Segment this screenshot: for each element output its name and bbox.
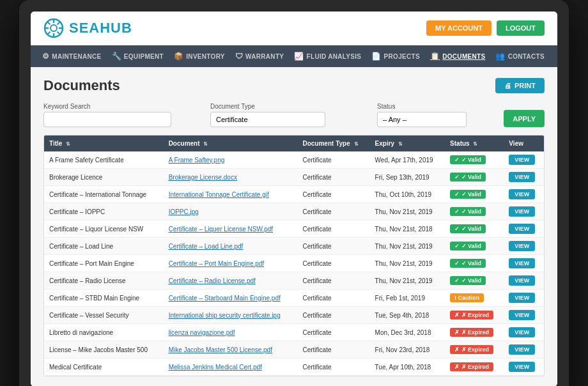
cell-expiry: Fri, Nov 23rd, 2018 (370, 341, 445, 359)
col-document[interactable]: Document ⇅ (164, 135, 298, 151)
print-button[interactable]: 🖨 PRINT (495, 78, 545, 93)
nav-item-inventory[interactable]: 📦INVENTORY (169, 45, 230, 67)
cell-document: Certificate – Port Main Engine.pdf (164, 255, 298, 272)
doc-link[interactable]: Certificate – Liquer License NSW.pdf (169, 226, 273, 233)
doc-link[interactable]: Certificate – Starboard Main Engine.pdf (169, 295, 281, 302)
table-body: A Frame Safety Certificate A Frame Safte… (44, 151, 544, 376)
cell-view: VIEW (504, 307, 544, 324)
cell-expiry: Thu, Nov 21st, 2019 (370, 238, 445, 255)
table-row: Libretto di navigazione licenza navigazi… (44, 324, 544, 341)
cell-status: ✓ Valid (445, 238, 504, 255)
view-button[interactable]: VIEW (509, 224, 535, 234)
table-row: Certificate – Load Line Certificate – Lo… (44, 238, 544, 255)
doc-link[interactable]: licenza navigazione.pdf (169, 329, 235, 336)
nav-item-documents[interactable]: 📋DOCUMENTS (425, 45, 490, 67)
documents-table-wrap: Title ⇅ Document ⇅ Document Type ⇅ Expir… (43, 135, 545, 376)
my-account-button[interactable]: MY ACCOUNT (426, 20, 491, 36)
cell-title: Certificate – STBD Main Engine (44, 290, 164, 307)
status-input[interactable] (377, 112, 467, 127)
document-type-input[interactable] (210, 112, 325, 127)
table-row: Medical Certificate Melissa Jenkins Medi… (44, 359, 544, 376)
page-header: Documents 🖨 PRINT (43, 77, 545, 94)
cell-title: Certificate – Vessel Security (44, 307, 164, 324)
cell-view: VIEW (504, 203, 544, 220)
nav-item-projects[interactable]: 📄PROJECTS (366, 45, 425, 67)
cell-expiry: Mon, Dec 3rd, 2018 (370, 324, 445, 341)
status-badge: ✗ Expired (450, 328, 493, 337)
nav-icon: 📋 (430, 52, 440, 61)
doc-link[interactable]: A Frame Saftey.png (169, 157, 225, 164)
doc-link[interactable]: Mike Jacobs Master 500 License.pdf (169, 346, 272, 353)
view-button[interactable]: VIEW (509, 293, 535, 303)
cell-view: VIEW (504, 169, 544, 186)
cell-type: Certificate (297, 186, 369, 203)
col-expiry[interactable]: Expiry ⇅ (370, 135, 445, 151)
cell-title: Brokerage Licence (44, 169, 164, 186)
cell-view: VIEW (504, 290, 544, 307)
view-button[interactable]: VIEW (509, 275, 535, 286)
sort-arrows-document: ⇅ (203, 141, 208, 147)
svg-line-6 (47, 22, 50, 25)
cell-type: Certificate (297, 307, 369, 324)
keyword-group: Keyword Search (43, 103, 204, 127)
search-bar: Keyword Search Document Type Status APPL… (43, 103, 545, 127)
table-row: A Frame Safety Certificate A Frame Safte… (44, 151, 544, 169)
view-button[interactable]: VIEW (509, 241, 535, 251)
documents-table: Title ⇅ Document ⇅ Document Type ⇅ Expir… (44, 135, 544, 376)
view-button[interactable]: VIEW (509, 344, 535, 355)
cell-status: ✗ Expired (445, 341, 504, 359)
view-button[interactable]: VIEW (509, 206, 535, 217)
doc-link[interactable]: Certificate – Load Line.pdf (169, 243, 244, 250)
col-title[interactable]: Title ⇅ (44, 135, 164, 151)
cell-view: VIEW (504, 220, 544, 238)
view-button[interactable]: VIEW (509, 172, 535, 182)
laptop-frame: SEAHUB MY ACCOUNT LOGOUT ⚙MAINTENANCE🔧EQ… (19, 0, 569, 386)
cell-view: VIEW (504, 255, 544, 272)
doc-link[interactable]: Certificate – Port Main Engine.pdf (169, 260, 265, 267)
doc-link[interactable]: Certificate – Radio License.pdf (169, 277, 256, 284)
view-button[interactable]: VIEW (509, 155, 535, 165)
nav-item-warranty[interactable]: 🛡WARRANTY (230, 45, 290, 67)
nav-icon: 📈 (294, 52, 304, 61)
table-row: Certificate – Radio License Certificate … (44, 272, 544, 290)
logo: SEAHUB (43, 18, 132, 38)
doc-link[interactable]: IOPPC.jpg (169, 208, 199, 215)
view-button[interactable]: VIEW (509, 327, 535, 337)
cell-status: ✓ Valid (445, 151, 504, 169)
cell-status: ✗ Expired (445, 359, 504, 376)
cell-status: ✓ Valid (445, 186, 504, 203)
nav-item-maintenance[interactable]: ⚙MAINTENANCE (37, 45, 107, 67)
apply-button[interactable]: APPLY (504, 110, 545, 127)
cell-type: Certificate (297, 324, 369, 341)
keyword-label: Keyword Search (43, 103, 204, 110)
nav-item-equipment[interactable]: 🔧EQUIPMENT (107, 45, 169, 67)
doc-link[interactable]: Brokerage License.docx (169, 174, 237, 181)
cell-view: VIEW (504, 272, 544, 290)
col-type[interactable]: Document Type ⇅ (297, 135, 369, 151)
view-button[interactable]: VIEW (509, 189, 535, 199)
view-button[interactable]: VIEW (509, 258, 535, 268)
doc-link[interactable]: International ship security certificate.… (169, 312, 281, 319)
printer-icon: 🖨 (504, 82, 511, 89)
col-status[interactable]: Status ⇅ (445, 135, 504, 151)
cell-expiry: Thu, Nov 21st, 2019 (370, 255, 445, 272)
table-header-row: Title ⇅ Document ⇅ Document Type ⇅ Expir… (44, 135, 544, 151)
view-button[interactable]: VIEW (509, 362, 535, 372)
cell-type: Certificate (297, 203, 369, 220)
keyword-input[interactable] (43, 112, 171, 127)
nav-item-fluid-analysis[interactable]: 📈FLUID ANALYSIS (289, 45, 366, 67)
view-button[interactable]: VIEW (509, 310, 535, 320)
nav-icon: 👥 (495, 52, 505, 61)
doc-link[interactable]: International Tonnage Certificate.gif (169, 191, 269, 198)
status-badge: ✓ Valid (450, 155, 486, 164)
sort-arrows-expiry: ⇅ (398, 141, 403, 147)
logout-button[interactable]: LOGOUT (497, 20, 545, 36)
main-content: Documents 🖨 PRINT Keyword Search Documen… (31, 67, 557, 386)
cell-document: Melissa Jenkins Medical Cert.pdf (164, 359, 298, 376)
nav-item-contacts[interactable]: 👥CONTACTS (490, 45, 550, 67)
doc-link[interactable]: Melissa Jenkins Medical Cert.pdf (169, 364, 262, 371)
cell-type: Certificate (297, 341, 369, 359)
cell-expiry: Thu, Nov 21st, 2019 (370, 272, 445, 290)
cell-status: ✓ Valid (445, 220, 504, 238)
cell-status: ✓ Valid (445, 272, 504, 290)
